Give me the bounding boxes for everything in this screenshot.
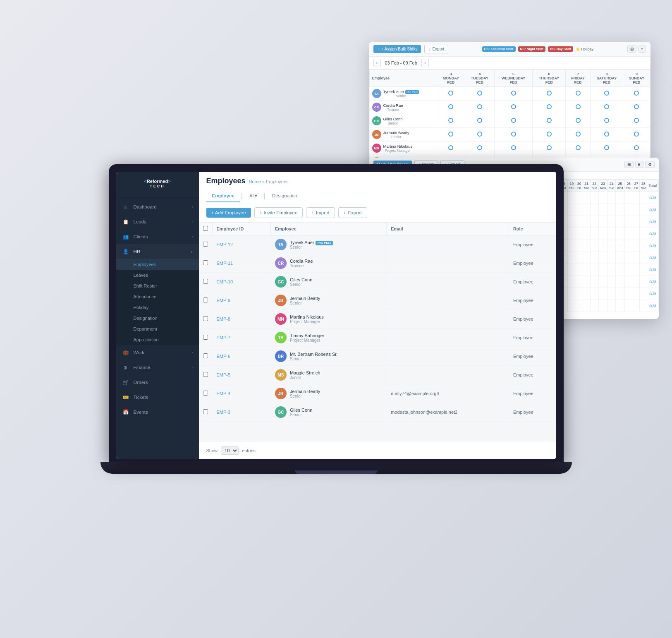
shift-dot[interactable] <box>604 104 609 109</box>
shift-cell[interactable] <box>465 114 495 128</box>
shift-cell[interactable] <box>532 101 566 114</box>
sidebar-item-hr[interactable]: 👤 HR ∨ <box>116 244 199 259</box>
shift-dot[interactable] <box>576 91 581 96</box>
sidebar-item-department[interactable]: Department <box>116 324 199 334</box>
sidebar-item-orders[interactable]: 🛒 Orders <box>116 375 199 390</box>
shift-cell[interactable] <box>495 128 533 142</box>
shift-dot[interactable] <box>448 118 453 123</box>
att-list-button[interactable]: ≡ <box>635 161 643 168</box>
shift-export-button[interactable]: ↓ Export <box>424 45 448 53</box>
shift-dot[interactable] <box>576 145 581 150</box>
shift-dot[interactable] <box>604 118 609 123</box>
shift-dot[interactable] <box>576 132 581 137</box>
invite-employee-button[interactable]: + Invite Employee <box>254 207 303 218</box>
shift-cell[interactable] <box>532 114 566 128</box>
shift-dot[interactable] <box>477 104 482 109</box>
shift-dot[interactable] <box>604 132 609 137</box>
shift-dot[interactable] <box>634 118 639 123</box>
shift-cell[interactable] <box>465 142 495 155</box>
shift-dot[interactable] <box>477 132 482 137</box>
row-checkbox[interactable] <box>203 297 208 302</box>
sidebar-item-leads[interactable]: 📋 Leads › <box>116 214 199 229</box>
shift-dot[interactable] <box>511 91 516 96</box>
shift-dot[interactable] <box>547 132 552 137</box>
row-checkbox[interactable] <box>203 335 208 340</box>
add-employee-button[interactable]: + Add Employee <box>206 208 251 218</box>
shift-dot[interactable] <box>604 91 609 96</box>
shift-cell[interactable] <box>590 128 623 142</box>
shift-cell[interactable] <box>495 142 533 155</box>
shift-dot[interactable] <box>448 145 453 150</box>
shift-dot[interactable] <box>477 118 482 123</box>
row-checkbox[interactable] <box>203 260 208 265</box>
row-checkbox[interactable] <box>203 391 208 396</box>
shift-cell[interactable] <box>495 87 533 101</box>
tab-employee[interactable]: Employee <box>206 190 240 202</box>
shift-cell[interactable] <box>532 128 566 142</box>
shift-cell[interactable] <box>437 128 465 142</box>
shift-dot[interactable] <box>547 104 552 109</box>
shift-cell[interactable] <box>590 101 623 114</box>
shift-cell[interactable] <box>623 87 650 101</box>
shift-dot[interactable] <box>477 145 482 150</box>
breadcrumb-home[interactable]: Home <box>249 179 261 184</box>
shift-cell[interactable] <box>590 114 623 128</box>
row-checkbox[interactable] <box>203 353 208 358</box>
row-checkbox[interactable] <box>203 279 208 284</box>
sidebar-item-dashboard[interactable]: ⌂ Dashboard › <box>116 199 199 214</box>
shift-cell[interactable] <box>623 128 650 142</box>
shift-cell[interactable] <box>590 142 623 155</box>
shift-cell[interactable] <box>623 101 650 114</box>
sidebar-item-holiday[interactable]: Holiday <box>116 302 199 313</box>
row-checkbox[interactable] <box>203 242 208 247</box>
shift-dot[interactable] <box>547 118 552 123</box>
shift-cell[interactable] <box>437 101 465 114</box>
shift-cell[interactable] <box>465 87 495 101</box>
shift-dot[interactable] <box>547 145 552 150</box>
shift-dot[interactable] <box>576 118 581 123</box>
att-grid-button[interactable]: ⊞ <box>624 161 634 168</box>
sidebar-item-designation[interactable]: Designation <box>116 313 199 324</box>
import-button[interactable]: ↑ Import <box>306 207 335 218</box>
list-view-button[interactable]: ≡ <box>638 46 646 53</box>
shift-cell[interactable] <box>623 142 650 155</box>
row-checkbox[interactable] <box>203 316 208 321</box>
shift-dot[interactable] <box>634 104 639 109</box>
shift-dot[interactable] <box>634 91 639 96</box>
shift-dot[interactable] <box>511 104 516 109</box>
shift-cell[interactable] <box>623 114 650 128</box>
shift-dot[interactable] <box>448 132 453 137</box>
shift-cell[interactable] <box>532 87 566 101</box>
shift-cell[interactable] <box>566 101 590 114</box>
shift-cell[interactable] <box>566 87 590 101</box>
shift-cell[interactable] <box>495 114 533 128</box>
tab-all[interactable]: All▾ <box>244 189 263 203</box>
sidebar-item-finance[interactable]: $ Finance › <box>116 360 199 375</box>
sidebar-item-work[interactable]: 💼 Work › <box>116 345 199 360</box>
shift-cell[interactable] <box>437 142 465 155</box>
shift-dot[interactable] <box>448 91 453 96</box>
shift-cell[interactable] <box>532 142 566 155</box>
assign-bulk-shifts-button[interactable]: + + Assign Bulk Shifts <box>373 45 421 53</box>
shift-cell[interactable] <box>437 87 465 101</box>
tab-designation[interactable]: Designation <box>266 190 303 202</box>
shift-dot[interactable] <box>448 104 453 109</box>
sidebar-item-events[interactable]: 📅 Events <box>116 405 199 420</box>
shift-cell[interactable] <box>590 87 623 101</box>
shift-cell[interactable] <box>566 114 590 128</box>
shift-cell[interactable] <box>465 101 495 114</box>
entries-select[interactable]: 10 25 50 <box>221 446 239 455</box>
shift-cell[interactable] <box>566 128 590 142</box>
sidebar-item-shift-roster[interactable]: Shift Roster <box>116 281 199 291</box>
shift-cell[interactable] <box>495 101 533 114</box>
shift-cell[interactable] <box>465 128 495 142</box>
shift-cell[interactable] <box>437 114 465 128</box>
select-all-checkbox[interactable] <box>203 226 208 231</box>
sidebar-item-attendance[interactable]: Attendance <box>116 291 199 302</box>
sidebar-item-clients[interactable]: 👥 Clients › <box>116 229 199 244</box>
shift-dot[interactable] <box>547 91 552 96</box>
shift-dot[interactable] <box>634 145 639 150</box>
shift-dot[interactable] <box>477 91 482 96</box>
shift-dot[interactable] <box>511 132 516 137</box>
grid-view-button[interactable]: ⊞ <box>627 46 636 53</box>
